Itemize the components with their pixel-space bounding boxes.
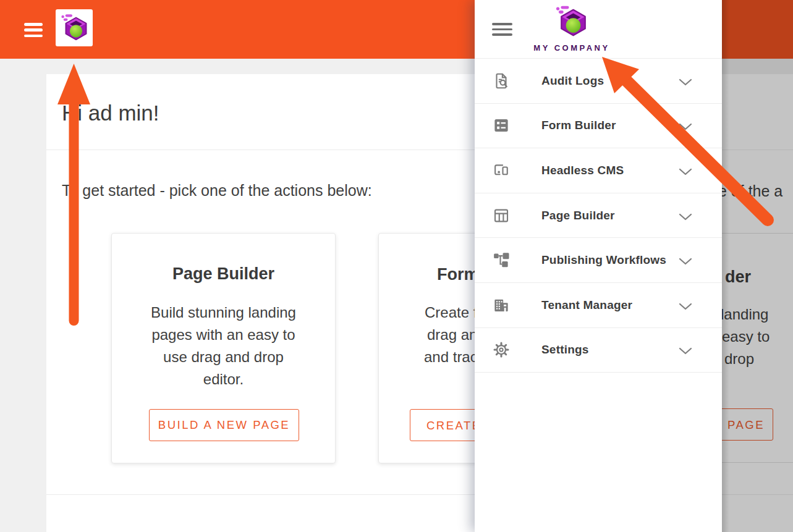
ballot-icon bbox=[492, 116, 511, 135]
menu-item-label: Audit Logs bbox=[541, 74, 604, 88]
button-label-fragment: CREATE bbox=[426, 419, 481, 433]
card-title: Page Builder bbox=[112, 262, 335, 285]
chevron-down-icon[interactable] bbox=[679, 302, 692, 309]
menu-item-publishing-workflows[interactable]: Publishing Workflows bbox=[475, 238, 722, 283]
menu-item-label: Tenant Manager bbox=[541, 298, 632, 312]
action-card-page-builder: Page Builder Build stunning landing page… bbox=[111, 233, 336, 463]
menu-item-settings[interactable]: Settings bbox=[475, 328, 722, 373]
menu-item-audit-logs[interactable]: Audit Logs bbox=[475, 59, 722, 104]
nav-drawer: MY COMPANY Audit Logs Form Buil bbox=[475, 0, 722, 532]
menu-item-page-builder[interactable]: Page Builder bbox=[475, 193, 722, 239]
backdrop-dim-overlay bbox=[722, 0, 793, 532]
greeting-text: Hi ad min! bbox=[62, 98, 159, 129]
menu-item-tenant-manager[interactable]: Tenant Manager bbox=[475, 283, 722, 328]
menu-item-label: Settings bbox=[541, 343, 589, 357]
devices-icon bbox=[492, 161, 511, 180]
file-search-icon bbox=[492, 72, 511, 90]
chevron-down-icon[interactable] bbox=[679, 122, 692, 129]
chevron-down-icon[interactable] bbox=[679, 167, 692, 174]
menu-icon[interactable] bbox=[492, 23, 512, 36]
table-icon bbox=[492, 206, 511, 225]
menu-item-label: Page Builder bbox=[541, 209, 615, 222]
chevron-down-icon[interactable] bbox=[679, 346, 692, 353]
build-new-page-button[interactable]: BUILD A NEW PAGE bbox=[149, 409, 299, 441]
building-icon bbox=[492, 296, 511, 315]
company-name: MY COMPANY bbox=[510, 43, 634, 53]
dimmed-page-strip: e of the a der landing easy to drop PAGE bbox=[722, 0, 793, 532]
chevron-down-icon[interactable] bbox=[679, 212, 692, 219]
workflow-icon bbox=[492, 251, 511, 269]
company-logo[interactable] bbox=[56, 9, 93, 46]
menu-item-label: Publishing Workflows bbox=[541, 253, 666, 267]
menu-item-label: Form Builder bbox=[541, 119, 616, 132]
drawer-menu: Audit Logs Form Builder bbox=[475, 59, 722, 373]
drawer-header: MY COMPANY bbox=[475, 0, 722, 59]
company-cube-logo-icon bbox=[554, 4, 588, 39]
card-title-fragment: Form bbox=[437, 263, 479, 286]
menu-icon[interactable] bbox=[24, 23, 43, 37]
card-description: Build stunning landing pages with an eas… bbox=[112, 302, 335, 391]
gear-icon bbox=[492, 340, 511, 359]
get-started-subtitle: To get started - pick one of the actions… bbox=[62, 181, 372, 200]
company-logo[interactable] bbox=[554, 4, 588, 39]
menu-item-label: Headless CMS bbox=[541, 164, 624, 177]
drawer-shadow bbox=[722, 0, 729, 532]
menu-open-screenshot: MY COMPANY Audit Logs Form Buil bbox=[475, 0, 793, 532]
company-cube-logo-icon bbox=[59, 13, 89, 43]
menu-item-headless-cms[interactable]: Headless CMS bbox=[475, 148, 722, 193]
screenshot-canvas: Hi ad min! To get started - pick one of … bbox=[0, 0, 793, 532]
card-description-fragment: Create f bbox=[425, 302, 477, 324]
menu-item-form-builder[interactable]: Form Builder bbox=[475, 104, 722, 149]
chevron-down-icon[interactable] bbox=[679, 256, 692, 264]
chevron-down-icon[interactable] bbox=[679, 77, 692, 85]
